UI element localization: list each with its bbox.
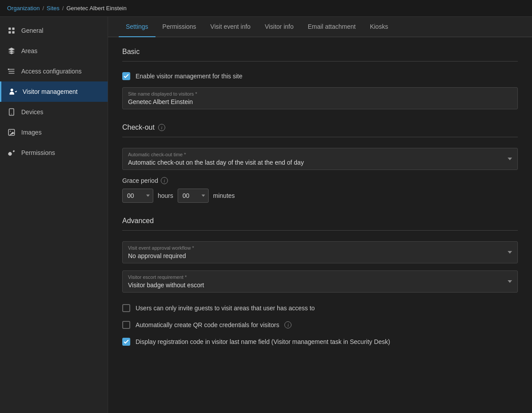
site-name-label: Site name displayed to visitors *: [128, 91, 512, 96]
permissions-icon: [7, 148, 16, 157]
checkout-section: Check-out i Automatic check-out time * A…: [122, 124, 518, 203]
display-registration-row: Display registration code in visitor las…: [122, 333, 518, 350]
sidebar-label-permissions: Permissions: [21, 149, 55, 156]
tabs-bar: Settings Permissions Visit event info Vi…: [108, 17, 532, 37]
sidebar-item-permissions[interactable]: Permissions: [0, 143, 108, 163]
visitor-icon: [8, 87, 17, 96]
advanced-divider: [122, 230, 518, 231]
svg-point-8: [11, 89, 13, 91]
qr-code-row: Automatically create QR code credentials…: [122, 317, 518, 333]
escort-label: Visitor escort requirement *: [128, 274, 512, 280]
sidebar-item-devices[interactable]: Devices: [0, 102, 108, 122]
basic-section: Basic Enable visitor management for this…: [122, 48, 518, 109]
advanced-section: Advanced Visit event approval workflow *…: [122, 217, 518, 350]
advanced-title: Advanced: [122, 217, 518, 225]
sidebar-label-areas: Areas: [21, 47, 38, 54]
checkout-divider: [122, 137, 518, 137]
approval-workflow-field[interactable]: Visit event approval workflow * No appro…: [122, 241, 518, 263]
tab-visit-event-info[interactable]: Visit event info: [203, 17, 258, 37]
enable-visitor-management-row: Enable visitor management for this site: [122, 72, 518, 80]
qr-code-checkbox[interactable]: [122, 321, 130, 329]
invite-guests-row: Users can only invite guests to visit ar…: [122, 300, 518, 317]
approval-value: No approval required: [128, 252, 512, 259]
svg-rect-6: [8, 73, 15, 74]
grace-period-label: Grace period i: [122, 177, 518, 184]
svg-point-10: [11, 114, 12, 115]
enable-visitor-checkbox[interactable]: [122, 72, 130, 80]
approval-label: Visit event approval workflow *: [128, 245, 512, 251]
tab-settings[interactable]: Settings: [119, 17, 155, 37]
enable-visitor-label[interactable]: Enable visitor management for this site: [136, 73, 242, 80]
grace-period-section: Grace period i 00 01 02 hours: [122, 177, 518, 203]
sidebar-label-visitor: Visitor management: [23, 88, 78, 95]
breadcrumb-current: Genetec Albert Einstein: [66, 5, 127, 12]
sidebar-item-images[interactable]: Images: [0, 122, 108, 143]
sidebar-item-areas[interactable]: Areas: [0, 41, 108, 61]
breadcrumb-sites[interactable]: Sites: [47, 5, 59, 12]
access-icon: [7, 67, 16, 76]
svg-rect-0: [8, 27, 11, 30]
main-content: Settings Permissions Visit event info Vi…: [108, 17, 532, 413]
tab-kiosks[interactable]: Kiosks: [363, 17, 395, 37]
sidebar-item-visitor-management[interactable]: Visitor management: [0, 81, 108, 102]
svg-rect-2: [8, 31, 11, 34]
hours-select-wrap: 00 01 02: [122, 189, 153, 203]
sidebar-item-general[interactable]: General: [0, 20, 108, 41]
auto-checkout-field[interactable]: Automatic check-out time * Automatic che…: [122, 148, 518, 170]
display-registration-checkbox[interactable]: [122, 338, 130, 346]
svg-rect-1: [12, 27, 15, 30]
sidebar-label-general: General: [21, 27, 43, 34]
svg-rect-3: [12, 31, 15, 34]
invite-guests-checkbox[interactable]: [122, 304, 130, 312]
sidebar-item-access-configurations[interactable]: Access configurations: [0, 61, 108, 81]
qr-code-info-icon: i: [284, 321, 291, 328]
hours-select[interactable]: 00 01 02: [122, 189, 153, 203]
basic-title: Basic: [122, 48, 518, 56]
sidebar-label-devices: Devices: [21, 108, 43, 116]
svg-point-12: [10, 131, 11, 131]
sidebar-label-access: Access configurations: [21, 68, 82, 75]
grace-period-info-icon: i: [161, 177, 168, 184]
minutes-select-wrap: 00 15 30 45: [178, 189, 209, 203]
tab-permissions[interactable]: Permissions: [155, 17, 203, 37]
sidebar: General Areas Access configurations: [0, 17, 108, 413]
breadcrumb: Organization / Sites / Genetec Albert Ei…: [0, 0, 532, 17]
minutes-select[interactable]: 00 15 30 45: [178, 189, 209, 203]
display-registration-label[interactable]: Display registration code in visitor las…: [136, 338, 390, 345]
auto-checkout-label: Automatic check-out time *: [128, 152, 512, 157]
basic-divider: [122, 61, 518, 62]
minutes-label: minutes: [213, 192, 235, 199]
devices-icon: [7, 108, 16, 116]
areas-icon: [7, 46, 16, 55]
settings-content: Basic Enable visitor management for this…: [108, 37, 532, 375]
escort-value: Visitor badge without escort: [128, 282, 512, 289]
sidebar-label-images: Images: [21, 129, 42, 136]
site-name-field: Site name displayed to visitors * Genete…: [122, 87, 518, 109]
qr-code-label[interactable]: Automatically create QR code credentials…: [136, 321, 279, 328]
svg-rect-4: [8, 69, 15, 70]
hours-label: hours: [158, 192, 173, 199]
tab-visitor-info[interactable]: Visitor info: [258, 17, 301, 37]
svg-rect-5: [8, 71, 15, 72]
breadcrumb-org[interactable]: Organization: [7, 5, 40, 12]
escort-requirement-field[interactable]: Visitor escort requirement * Visitor bad…: [122, 270, 518, 293]
breadcrumb-sep2: /: [62, 5, 64, 12]
checkout-info-icon: i: [158, 124, 165, 131]
tab-email-attachment[interactable]: Email attachment: [301, 17, 363, 37]
invite-guests-label[interactable]: Users can only invite guests to visit ar…: [136, 305, 315, 312]
site-name-value[interactable]: Genetec Albert Einstein: [128, 98, 512, 105]
svg-rect-7: [8, 69, 9, 70]
breadcrumb-sep1: /: [43, 5, 44, 12]
checkout-title: Check-out: [122, 124, 155, 131]
auto-checkout-value: Automatic check-out on the last day of t…: [128, 159, 512, 166]
images-icon: [7, 128, 16, 137]
grid-icon: [7, 26, 16, 35]
